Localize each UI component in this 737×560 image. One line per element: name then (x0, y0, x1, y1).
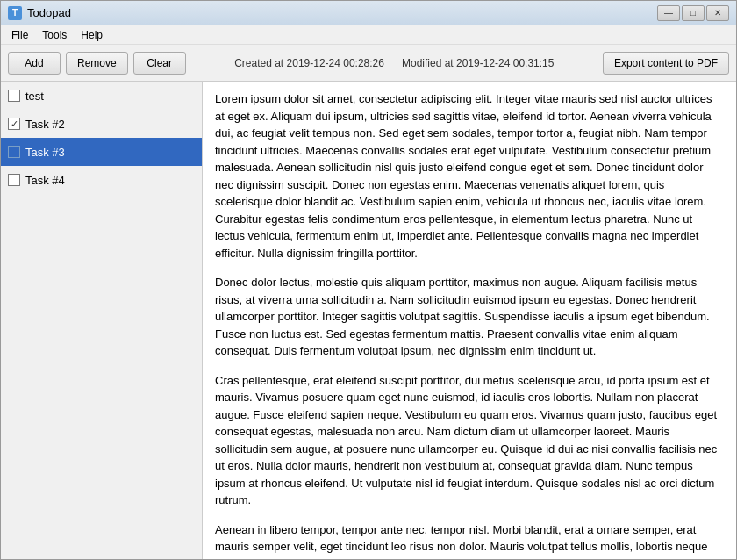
sidebar-item-label: Task #3 (25, 146, 65, 159)
main-content: test Task #2 Task #3 Task #4 Lorem ipsum… (1, 82, 736, 559)
checkbox-test[interactable] (8, 90, 20, 102)
close-button[interactable]: ✕ (706, 5, 729, 21)
add-button[interactable]: Add (8, 52, 61, 75)
minimize-button[interactable]: — (657, 5, 680, 21)
menu-help[interactable]: Help (74, 27, 110, 43)
sidebar-item-task2[interactable]: Task #2 (1, 110, 202, 138)
window-controls: — □ ✕ (657, 5, 729, 21)
app-icon: T (8, 6, 22, 20)
sidebar-item-label: test (25, 90, 44, 103)
export-button[interactable]: Export content to PDF (603, 52, 729, 75)
window-title: Todopad (27, 6, 657, 19)
menu-tools[interactable]: Tools (35, 27, 74, 43)
sidebar-item-task3[interactable]: Task #3 (1, 138, 202, 166)
content-paragraph: Aenean in libero tempor, tempor ante nec… (215, 521, 724, 560)
menu-file[interactable]: File (4, 27, 35, 43)
sidebar: test Task #2 Task #3 Task #4 (1, 82, 203, 559)
maximize-button[interactable]: □ (682, 5, 705, 21)
sidebar-item-label: Task #4 (25, 174, 65, 187)
content-paragraph: Donec dolor lectus, molestie quis aliqua… (215, 274, 724, 360)
menu-bar: File Tools Help (1, 25, 736, 45)
content-area[interactable]: Lorem ipsum dolor sit amet, consectetur … (203, 82, 736, 559)
title-bar: T Todopad — □ ✕ (1, 1, 736, 25)
content-paragraph: Cras pellentesque, erat eleifend suscipi… (215, 372, 724, 509)
clear-button[interactable]: Clear (133, 52, 186, 75)
main-window: T Todopad — □ ✕ File Tools Help Add Remo… (0, 0, 737, 560)
toolbar: Add Remove Clear Created at 2019-12-24 0… (1, 45, 736, 82)
content-paragraph: Lorem ipsum dolor sit amet, consectetur … (215, 90, 724, 262)
checkbox-task4[interactable] (8, 174, 20, 186)
checkbox-task2[interactable] (8, 118, 20, 130)
sidebar-item-label: Task #2 (25, 118, 65, 131)
created-label: Created at 2019-12-24 00:28:26 (234, 57, 384, 69)
remove-button[interactable]: Remove (66, 52, 128, 75)
modified-label: Modified at 2019-12-24 00:31:15 (402, 57, 554, 69)
checkbox-task3[interactable] (8, 146, 20, 158)
sidebar-item-test[interactable]: test (1, 82, 202, 110)
toolbar-info: Created at 2019-12-24 00:28:26 Modified … (191, 57, 597, 69)
sidebar-item-task4[interactable]: Task #4 (1, 166, 202, 194)
